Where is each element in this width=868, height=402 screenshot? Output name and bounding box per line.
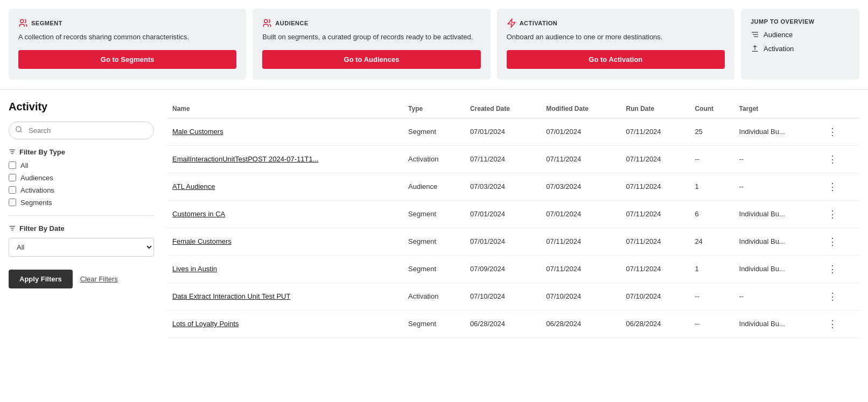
cell-modified: 07/03/2024 xyxy=(541,173,620,200)
cell-target: Individual Bu... xyxy=(734,310,819,337)
cell-created: 06/28/2024 xyxy=(465,310,541,337)
row-name-link[interactable]: EmailInteractionUnitTestPOST 2024-07-11T… xyxy=(172,155,318,163)
checkbox-audiences[interactable]: Audiences xyxy=(9,174,154,182)
checkbox-activations-label: Activations xyxy=(20,186,54,194)
checkbox-segments[interactable]: Segments xyxy=(9,199,154,207)
cell-run: 07/11/2024 xyxy=(621,200,690,228)
row-more-button[interactable]: ⋮ xyxy=(824,262,841,276)
audience-card: AUDIENCE Built on segments, a curated gr… xyxy=(253,9,490,80)
checkbox-activations-input[interactable] xyxy=(9,186,16,194)
row-more-button[interactable]: ⋮ xyxy=(824,152,841,166)
search-box xyxy=(9,122,154,139)
cell-name: ATL Audience xyxy=(167,173,403,200)
jump-activation-link[interactable]: Activation xyxy=(751,44,850,53)
cell-count: 1 xyxy=(689,173,733,200)
cell-more: ⋮ xyxy=(819,228,859,255)
table-row: Lots of Loyalty Points Segment 06/28/202… xyxy=(167,310,859,337)
cell-run: 07/10/2024 xyxy=(621,283,690,310)
checkbox-audiences-input[interactable] xyxy=(9,174,16,181)
cell-count: -- xyxy=(689,283,733,310)
cell-modified: 07/10/2024 xyxy=(541,283,620,310)
go-to-segments-button[interactable]: Go to Segments xyxy=(18,50,236,69)
row-name-link[interactable]: Lots of Loyalty Points xyxy=(172,320,239,328)
row-more-button[interactable]: ⋮ xyxy=(824,125,841,139)
date-filter-select[interactable]: All Today Last 7 Days Last 30 Days xyxy=(9,238,154,257)
row-name-link[interactable]: Customers in CA xyxy=(172,210,225,218)
type-filter-group: All Audiences Activations Segments xyxy=(9,161,154,207)
cell-count: -- xyxy=(689,310,733,337)
checkbox-activations[interactable]: Activations xyxy=(9,186,154,194)
audience-label: AUDIENCE xyxy=(275,20,308,26)
table-row: Lives in Austin Segment 07/09/2024 07/11… xyxy=(167,255,859,283)
row-more-button[interactable]: ⋮ xyxy=(824,290,841,304)
search-icon xyxy=(15,126,23,135)
row-more-button[interactable]: ⋮ xyxy=(824,180,841,194)
cell-type: Activation xyxy=(403,283,465,310)
checkbox-segments-label: Segments xyxy=(20,199,52,207)
row-more-button[interactable]: ⋮ xyxy=(824,207,841,221)
cell-created: 07/01/2024 xyxy=(465,228,541,255)
segment-card-header: SEGMENT xyxy=(18,18,236,28)
table-row: Male Customers Segment 07/01/2024 07/01/… xyxy=(167,118,859,145)
search-input[interactable] xyxy=(9,122,154,139)
go-to-activation-button[interactable]: Go to Activation xyxy=(507,50,725,69)
table-header-row: Name Type Created Date Modified Date Run… xyxy=(167,101,859,118)
col-created: Created Date xyxy=(465,101,541,118)
row-name-link[interactable]: Lives in Austin xyxy=(172,265,217,273)
svg-point-0 xyxy=(20,19,24,23)
go-to-audiences-button[interactable]: Go to Audiences xyxy=(262,50,480,69)
table-row: Female Customers Segment 07/01/2024 07/1… xyxy=(167,228,859,255)
cell-modified: 07/11/2024 xyxy=(541,255,620,283)
row-name-link[interactable]: Male Customers xyxy=(172,128,223,136)
cell-modified: 07/01/2024 xyxy=(541,118,620,145)
cell-created: 07/09/2024 xyxy=(465,255,541,283)
apply-filters-button[interactable]: Apply Filters xyxy=(9,270,73,288)
cell-target: Individual Bu... xyxy=(734,200,819,228)
cell-count: 1 xyxy=(689,255,733,283)
cell-created: 07/01/2024 xyxy=(465,118,541,145)
cell-name: EmailInteractionUnitTestPOST 2024-07-11T… xyxy=(167,145,403,173)
activation-card-header: ACTIVATION xyxy=(507,18,725,28)
activity-table-container: Name Type Created Date Modified Date Run… xyxy=(167,101,859,338)
cell-modified: 07/01/2024 xyxy=(541,200,620,228)
cell-target: -- xyxy=(734,283,819,310)
cell-run: 07/11/2024 xyxy=(621,173,690,200)
row-more-button[interactable]: ⋮ xyxy=(824,317,841,331)
cell-count: 24 xyxy=(689,228,733,255)
sidebar-divider xyxy=(9,215,154,216)
row-name-link[interactable]: Female Customers xyxy=(172,237,232,245)
col-count: Count xyxy=(689,101,733,118)
clear-filters-button[interactable]: Clear Filters xyxy=(80,275,118,283)
cell-run: 07/11/2024 xyxy=(621,228,690,255)
activation-card: ACTIVATION Onboard an audience to one or… xyxy=(497,9,734,80)
col-type: Type xyxy=(403,101,465,118)
cell-count: 25 xyxy=(689,118,733,145)
cell-more: ⋮ xyxy=(819,173,859,200)
table-row: EmailInteractionUnitTestPOST 2024-07-11T… xyxy=(167,145,859,173)
segment-card: SEGMENT A collection of records sharing … xyxy=(9,9,246,80)
row-more-button[interactable]: ⋮ xyxy=(824,235,841,249)
cell-type: Segment xyxy=(403,200,465,228)
sidebar: Activity Filter By Type All Audiences xyxy=(9,101,154,338)
cell-run: 06/28/2024 xyxy=(621,310,690,337)
cell-type: Audience xyxy=(403,173,465,200)
checkbox-segments-input[interactable] xyxy=(9,199,16,206)
activation-label: ACTIVATION xyxy=(520,20,558,26)
cell-type: Activation xyxy=(403,145,465,173)
checkbox-all-input[interactable] xyxy=(9,161,16,169)
activity-title: Activity xyxy=(9,101,154,113)
checkbox-all[interactable]: All xyxy=(9,161,154,170)
svg-point-5 xyxy=(16,127,21,132)
col-name: Name xyxy=(167,101,403,118)
activation-link-icon xyxy=(751,44,759,53)
row-name-link[interactable]: Data Extract Interaction Unit Test PUT xyxy=(172,292,290,300)
cell-more: ⋮ xyxy=(819,283,859,310)
cell-type: Segment xyxy=(403,255,465,283)
cell-count: -- xyxy=(689,145,733,173)
cell-created: 07/10/2024 xyxy=(465,283,541,310)
audience-card-header: AUDIENCE xyxy=(262,18,480,28)
row-name-link[interactable]: ATL Audience xyxy=(172,182,215,191)
col-modified: Modified Date xyxy=(541,101,620,118)
cell-modified: 06/28/2024 xyxy=(541,310,620,337)
jump-audience-link[interactable]: Audience xyxy=(751,30,850,39)
